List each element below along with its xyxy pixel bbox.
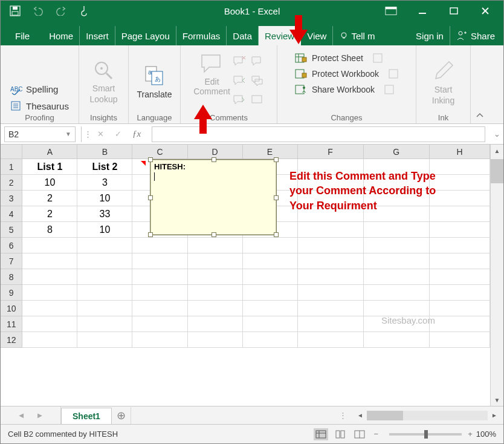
close-icon[interactable] (479, 5, 491, 17)
cell-D9[interactable] (188, 285, 243, 301)
translate-icon[interactable]: aあ (143, 64, 166, 87)
cell-H2[interactable] (430, 175, 490, 191)
col-E[interactable]: E (243, 145, 298, 159)
comment-box[interactable]: HITESH: (150, 159, 277, 235)
minimize-icon[interactable] (416, 5, 428, 17)
col-G[interactable]: G (364, 145, 430, 159)
vertical-scrollbar[interactable]: ▲ ▼ (490, 145, 503, 406)
cell-A3[interactable]: 2 (22, 191, 77, 206)
cell-C7[interactable] (132, 253, 187, 269)
expand-formula-icon[interactable]: ⌄ (490, 129, 503, 139)
cell-B12[interactable] (77, 332, 132, 348)
row-9[interactable]: 9 (1, 285, 22, 301)
allow-users-icon[interactable] (389, 68, 401, 79)
menu-home[interactable]: Home (43, 26, 80, 45)
select-all-corner[interactable] (1, 145, 22, 159)
ribbon-display-icon[interactable] (385, 5, 397, 17)
cell-C11[interactable] (132, 316, 187, 332)
cell-B8[interactable] (77, 269, 132, 285)
cell-G6[interactable] (364, 238, 430, 253)
col-A[interactable]: A (22, 145, 77, 159)
menu-share[interactable]: Share (450, 26, 503, 45)
cell-G5[interactable] (364, 222, 430, 238)
cell-H12[interactable] (430, 332, 490, 348)
row-4[interactable]: 4 (1, 206, 22, 222)
share-workbook-button[interactable]: Share Workbook (295, 84, 396, 95)
cell-A4[interactable]: 2 (22, 206, 77, 222)
collapse-ribbon-icon[interactable] (471, 45, 489, 123)
row-10[interactable]: 10 (1, 301, 22, 316)
prev-comment-icon[interactable] (233, 74, 246, 87)
cell-B9[interactable] (77, 285, 132, 301)
cell-F11[interactable] (298, 316, 364, 332)
cell-F5[interactable] (298, 222, 364, 238)
cell-H11[interactable] (430, 316, 490, 332)
cell-D6[interactable] (188, 238, 243, 253)
delete-comment-icon[interactable] (233, 55, 246, 67)
menu-insert[interactable]: Insert (80, 26, 115, 45)
cell-A5[interactable]: 8 (22, 222, 77, 238)
zoom-value[interactable]: 100% (476, 429, 496, 439)
cell-H5[interactable] (430, 222, 490, 238)
cell-F10[interactable] (298, 301, 364, 316)
cell-H6[interactable] (430, 238, 490, 253)
row-12[interactable]: 12 (1, 332, 22, 348)
undo-icon[interactable] (32, 5, 44, 17)
cell-G12[interactable] (364, 332, 430, 348)
cell-F12[interactable] (298, 332, 364, 348)
row-11[interactable]: 11 (1, 316, 22, 332)
cell-C8[interactable] (132, 269, 187, 285)
spreadsheet-grid[interactable]: A B C D E F G H 1List 1List 221033210423… (1, 145, 490, 406)
cell-E8[interactable] (243, 269, 298, 285)
cell-A1[interactable]: List 1 (22, 159, 77, 175)
cell-A9[interactable] (22, 285, 77, 301)
thesaurus-button[interactable]: Thesaurus (10, 100, 69, 112)
cell-C12[interactable] (132, 332, 187, 348)
page-break-view-icon[interactable] (352, 428, 367, 440)
cell-A10[interactable] (22, 301, 77, 316)
cell-E10[interactable] (243, 301, 298, 316)
zoom-slider[interactable] (389, 433, 462, 436)
cell-F8[interactable] (298, 269, 364, 285)
cell-A6[interactable] (22, 238, 77, 253)
cell-G9[interactable] (364, 285, 430, 301)
protect-workbook-button[interactable]: Protect Workbook (295, 68, 401, 79)
cell-E12[interactable] (243, 332, 298, 348)
cell-H3[interactable] (430, 191, 490, 206)
menu-formulas[interactable]: Formulas (176, 26, 227, 45)
cell-B3[interactable]: 10 (77, 191, 132, 206)
enter-icon[interactable]: ✓ (115, 129, 121, 139)
cell-H1[interactable] (430, 159, 490, 175)
cell-H8[interactable] (430, 269, 490, 285)
protect-share-icon[interactable] (373, 53, 385, 64)
cell-E7[interactable] (243, 253, 298, 269)
row-3[interactable]: 3 (1, 191, 22, 206)
cell-H9[interactable] (430, 285, 490, 301)
cell-B10[interactable] (77, 301, 132, 316)
cell-A8[interactable] (22, 269, 77, 285)
cell-E6[interactable] (243, 238, 298, 253)
col-B[interactable]: B (77, 145, 132, 159)
cell-A11[interactable] (22, 316, 77, 332)
cell-A12[interactable] (22, 332, 77, 348)
maximize-icon[interactable] (448, 5, 460, 17)
row-2[interactable]: 2 (1, 175, 22, 191)
protect-sheet-button[interactable]: Protect Sheet (295, 53, 385, 64)
cell-C9[interactable] (132, 285, 187, 301)
cell-G7[interactable] (364, 253, 430, 269)
cell-F7[interactable] (298, 253, 364, 269)
cell-H10[interactable] (430, 301, 490, 316)
cell-E11[interactable] (243, 316, 298, 332)
ink-icon[interactable] (431, 58, 456, 83)
row-6[interactable]: 6 (1, 238, 22, 253)
cell-B4[interactable]: 33 (77, 206, 132, 222)
col-F[interactable]: F (298, 145, 364, 159)
cell-D7[interactable] (188, 253, 243, 269)
show-comment-icon[interactable] (251, 55, 264, 67)
cell-D8[interactable] (188, 269, 243, 285)
cancel-icon[interactable]: ✕ (97, 129, 104, 139)
cell-D10[interactable] (188, 301, 243, 316)
cell-G10[interactable] (364, 301, 430, 316)
touch-mode-icon[interactable] (78, 5, 90, 17)
cell-B11[interactable] (77, 316, 132, 332)
